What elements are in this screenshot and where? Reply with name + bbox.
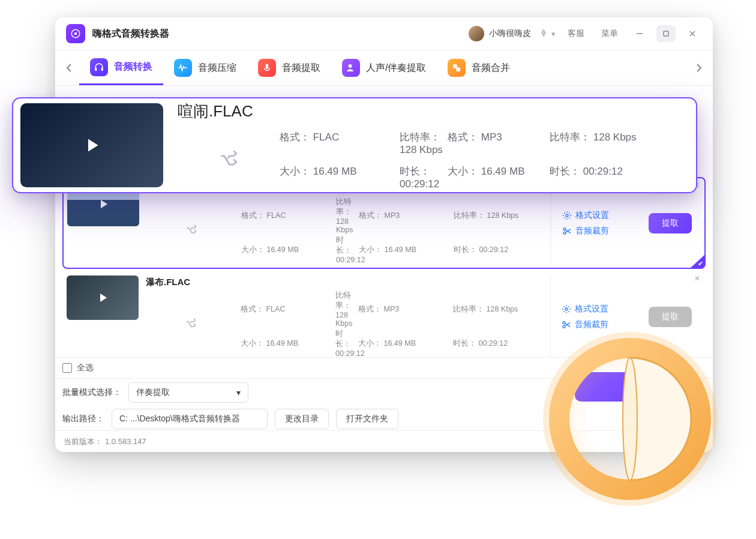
play-icon	[81, 134, 103, 156]
ban-icon	[655, 438, 663, 446]
file-name: 瀑布.FLAC	[146, 277, 543, 288]
svg-point-9	[349, 64, 352, 68]
item-close-button[interactable]: ✕	[694, 274, 700, 283]
svg-point-15	[565, 308, 568, 310]
chevron-up-icon[interactable]: ▴	[689, 435, 704, 448]
svg-point-17	[563, 325, 565, 328]
tab-scroll-left[interactable]	[59, 50, 79, 85]
close-button[interactable]	[683, 25, 702, 42]
tab-label: 音频压缩	[198, 62, 236, 74]
status-bar: 当前版本： 1.0.583.147 任务完 不采 ▴	[55, 430, 713, 452]
gem-icon	[538, 28, 549, 39]
tab-audio-convert[interactable]: 音频转换	[79, 50, 163, 85]
plan-badge-dropdown[interactable]: ▾	[538, 28, 556, 39]
chevron-right-icon	[696, 63, 702, 73]
service-button[interactable]: 客服	[563, 26, 589, 41]
avatar	[469, 26, 484, 41]
version-label: 当前版本：	[64, 436, 103, 447]
no-action-dropdown[interactable]: 不采	[655, 436, 681, 447]
chevron-left-icon	[66, 63, 72, 73]
person-voice-icon	[342, 59, 360, 77]
gear-icon	[562, 304, 571, 314]
output-path-label: 输出路径：	[62, 414, 104, 424]
svg-point-1	[74, 32, 77, 35]
tab-label: 音频转换	[114, 61, 152, 73]
maximize-icon	[662, 29, 670, 38]
format-settings-link[interactable]: 格式设置	[562, 304, 634, 315]
change-dir-button[interactable]: 更改目录	[275, 409, 329, 429]
output-path-field[interactable]: C: ...\Desktop\嗨格式音频转换器	[112, 409, 268, 429]
play-icon	[96, 197, 110, 211]
chevron-down-icon: ▾	[551, 29, 556, 38]
minimize-icon	[635, 29, 644, 38]
tab-bar: 音频转换 音频压缩 音频提取 人声/伴奏提取 音频合并	[55, 50, 713, 86]
tab-vocal-extract[interactable]: 人声/伴奏提取	[331, 50, 437, 85]
tab-label: 音频合并	[472, 62, 510, 74]
headphones-icon	[90, 58, 108, 76]
titlebar: 嗨格式音频转换器 小嗨很嗨皮 ▾ 客服 菜单	[55, 17, 713, 50]
extract-button[interactable]: 提取	[649, 213, 692, 233]
tab-label: 人声/伴奏提取	[366, 62, 426, 74]
scissors-icon	[562, 320, 571, 330]
main-window: 嗨格式音频转换器 小嗨很嗨皮 ▾ 客服 菜单 音频转换	[55, 17, 713, 452]
close-icon	[688, 29, 697, 38]
menu-button[interactable]: 菜单	[596, 26, 623, 41]
batch-mode-select[interactable]: 伴奏提取 ▾	[128, 382, 248, 403]
chevron-down-icon: ▾	[236, 388, 241, 397]
batch-mode-label: 批量模式选择：	[62, 387, 121, 398]
select-all-checkbox[interactable]	[62, 363, 72, 373]
svg-rect-8	[266, 64, 269, 69]
open-folder-button[interactable]: 打开文件夹	[336, 409, 398, 429]
svg-rect-7	[101, 67, 103, 70]
audio-trim-link[interactable]: 音频裁剪	[562, 319, 634, 330]
app-logo-icon	[66, 24, 85, 43]
svg-point-16	[563, 321, 565, 324]
play-icon	[95, 291, 110, 305]
minimize-button[interactable]	[630, 25, 649, 42]
tab-audio-compress[interactable]: 音频压缩	[163, 50, 247, 85]
svg-point-12	[566, 214, 568, 217]
list-item[interactable]: ✕ 瀑布.FLAC 格式： FLAC 比特率： 128 Kbps 格式： MP3…	[62, 271, 706, 357]
shuffle-icon	[178, 130, 280, 190]
tab-label: 音频提取	[282, 62, 320, 74]
maximize-button[interactable]	[656, 25, 676, 42]
version-value: 1.0.583.147	[105, 437, 146, 446]
tab-audio-extract[interactable]: 音频提取	[247, 50, 331, 85]
audio-trim-link[interactable]: 音频裁剪	[562, 226, 634, 236]
format-settings-link[interactable]: 格式设置	[562, 210, 634, 221]
svg-rect-6	[95, 67, 97, 70]
tab-audio-merge[interactable]: 音频合并	[437, 50, 521, 85]
mic-icon	[258, 59, 276, 77]
svg-line-20	[657, 439, 661, 444]
svg-rect-11	[457, 67, 461, 71]
user-name: 小嗨很嗨皮	[489, 28, 531, 39]
app-title: 嗨格式音频转换器	[92, 28, 169, 40]
extract-button-disabled: 提取	[649, 307, 692, 327]
tab-scroll-right[interactable]	[689, 50, 709, 85]
gear-icon	[562, 211, 572, 220]
svg-rect-3	[664, 31, 668, 36]
thumbnail[interactable]	[67, 276, 139, 320]
scissors-icon	[562, 226, 572, 236]
svg-point-14	[563, 232, 566, 234]
user-area[interactable]: 小嗨很嗨皮	[469, 26, 531, 41]
featured-item-popout: 喧闹.FLAC 格式： FLAC 比特率： 128 Kbps 格式： MP3 比…	[12, 97, 697, 193]
shuffle-icon	[146, 318, 236, 330]
merge-icon	[448, 59, 466, 77]
file-name: 喧闹.FLAC	[178, 101, 679, 122]
thumbnail[interactable]	[20, 103, 163, 187]
convert-all-button[interactable]: 全	[575, 372, 689, 402]
shuffle-icon	[146, 224, 236, 236]
task-done-label: 任务完	[623, 436, 646, 447]
svg-point-13	[563, 227, 566, 230]
select-all-label: 全选	[77, 363, 94, 373]
wave-icon	[174, 59, 192, 77]
